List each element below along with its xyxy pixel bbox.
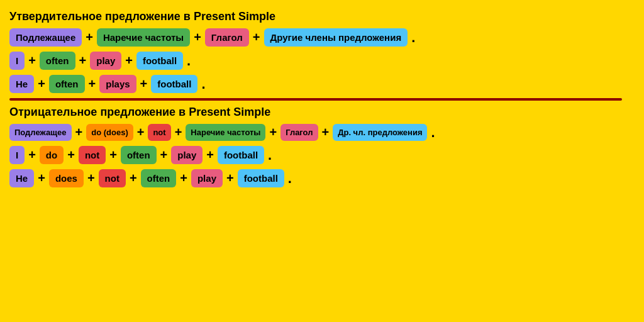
dot: . xyxy=(268,147,272,164)
plus: + xyxy=(28,53,36,68)
plus: + xyxy=(109,148,117,162)
neg-row2-verb: play xyxy=(191,169,223,187)
aff-row1-verb: play xyxy=(90,52,121,70)
plus: + xyxy=(87,171,95,186)
plus: + xyxy=(75,125,83,140)
dot: . xyxy=(187,53,191,69)
neg-row1-subject: I xyxy=(9,146,25,164)
formula-subject-label: Подлежащее xyxy=(9,28,82,47)
formula-adverb-label: Наречие частоты xyxy=(97,28,190,47)
neg-row2-adverb: often xyxy=(141,169,177,187)
aff-row2-subject: He xyxy=(9,75,34,93)
neg-formula-adverb: Наречие частоты xyxy=(186,124,265,141)
negative-formula-row: Подлежащее + do (does) + not + Наречие ч… xyxy=(9,124,635,141)
plus: + xyxy=(79,53,87,68)
plus: + xyxy=(322,125,330,140)
plus: + xyxy=(38,171,45,186)
plus: + xyxy=(137,125,145,140)
plus: + xyxy=(180,171,187,186)
formula-other-label: Другие члены предложения xyxy=(264,28,408,47)
affirmative-row2: He + often + plays + football . xyxy=(9,75,635,93)
neg-formula-subject: Подлежащее xyxy=(9,124,72,141)
neg-row1-adverb: often xyxy=(121,146,157,164)
negative-row2: He + does + not + often + play + footbal… xyxy=(9,169,635,187)
aff-row2-other: football xyxy=(151,75,197,93)
neg-row1-verb: play xyxy=(171,146,203,164)
formula-verb-label: Глагол xyxy=(205,28,249,47)
formula-dot: . xyxy=(411,30,415,46)
aff-row2-adverb: often xyxy=(49,75,85,93)
section-divider xyxy=(9,98,622,101)
neg-formula-verb: Глагол xyxy=(280,124,318,141)
aff-row1-other: football xyxy=(136,52,183,70)
plus: + xyxy=(28,148,36,162)
neg-row2-not: not xyxy=(99,169,126,187)
aff-row1-adverb: often xyxy=(40,52,75,70)
dot: . xyxy=(201,76,205,92)
plus: + xyxy=(269,125,277,140)
dot: . xyxy=(431,125,435,141)
plus: + xyxy=(89,77,96,91)
plus: + xyxy=(175,125,182,140)
plus-1: + xyxy=(86,30,93,45)
neg-row1-other: football xyxy=(218,146,264,164)
plus: + xyxy=(160,148,168,162)
plus: + xyxy=(206,148,214,162)
neg-row1-not: not xyxy=(79,146,106,164)
affirmative-row1: I + often + play + football . xyxy=(9,52,635,70)
plus: + xyxy=(226,171,234,186)
neg-formula-not: not xyxy=(148,124,170,141)
aff-row1-subject: I xyxy=(9,52,25,70)
plus: + xyxy=(38,77,45,91)
plus-3: + xyxy=(253,30,260,45)
dot: . xyxy=(288,170,292,187)
aff-row2-verb: plays xyxy=(99,75,136,93)
negative-row1: I + do + not + often + play + football . xyxy=(9,146,635,164)
neg-row1-do: do xyxy=(40,146,64,164)
negative-title: Отрицательное предложение в Present Simp… xyxy=(9,106,635,119)
plus: + xyxy=(67,148,75,162)
neg-row2-other: football xyxy=(238,169,284,187)
plus-2: + xyxy=(194,30,201,45)
neg-formula-other: Др. чл. предложения xyxy=(333,124,427,141)
plus: + xyxy=(125,53,133,68)
neg-row2-does: does xyxy=(49,169,84,187)
neg-formula-do-does: do (does) xyxy=(86,124,133,141)
plus: + xyxy=(130,171,137,186)
affirmative-title: Утвердительное предложение в Present Sim… xyxy=(9,10,635,23)
affirmative-formula-row: Подлежащее + Наречие частоты + Глагол + … xyxy=(9,28,635,47)
neg-row2-subject: He xyxy=(9,169,34,187)
plus: + xyxy=(140,77,148,91)
